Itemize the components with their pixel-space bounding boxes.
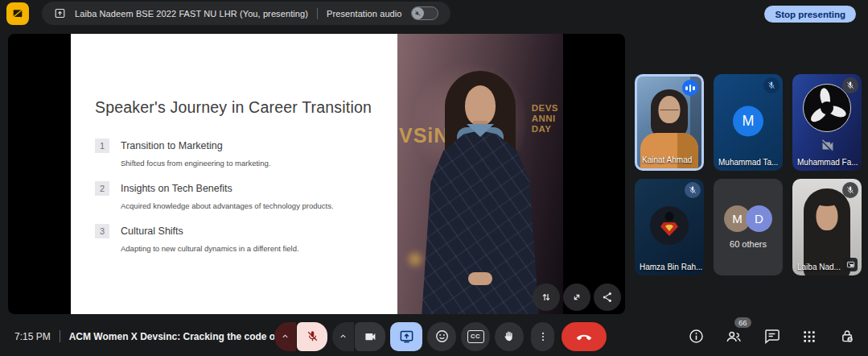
toggle-knob [412,7,424,19]
hand-icon [502,329,516,344]
fullscreen-button[interactable] [563,284,590,311]
presenter-label: Laiba Nadeem BSE 2022 FAST NU LHR (You, … [75,9,308,19]
hijab-band [816,198,839,206]
apps-grid-icon [801,329,817,345]
chevron-up-icon [281,332,290,341]
participant-tile-muhammad-fa[interactable]: Muhammad Fa... [792,74,862,171]
end-call-icon [575,328,593,346]
screen-share-slash-icon [11,7,24,20]
stage-overlay-controls [533,284,621,311]
participant-glasses [660,105,679,110]
pip-icon[interactable] [844,258,858,271]
present-to-all-icon [399,329,414,344]
meeting-info: 7:15 PM ACM Women X Devsinc: Cracking th… [14,317,291,356]
divider [317,8,318,19]
avatar: M [733,106,763,136]
item-title: Insights on Tech Benefits [121,183,334,194]
bokeh-light [409,253,422,266]
overflow-participants-tile[interactable]: M D 60 others [714,179,783,275]
meeting-details-button[interactable] [686,327,706,346]
presentation-audio-toggle[interactable] [411,6,438,20]
participant-tile-muhammad-ta[interactable]: M Muhammad Ta... [714,74,783,171]
participant-name: Muhammad Ta... [718,158,778,167]
end-call-button[interactable] [562,322,607,351]
expand-icon [570,291,583,304]
participant-name: Laiba Nad... [797,263,841,271]
slide-item: 1 Transition to Marketing Shifted focus … [95,139,393,168]
meet-window: Laiba Nadeem BSE 2022 FAST NU LHR (You, … [0,0,868,356]
item-number: 3 [95,224,109,238]
camera-off-icon [818,137,836,158]
call-controls: CC [274,317,607,356]
item-description: Acquired knowledge about advantages of t… [121,201,334,210]
others-count-label: 60 others [730,239,767,249]
superman-logo [660,222,678,236]
speaker-hands [468,272,492,285]
present-to-tab-icon [54,7,66,19]
captions-button[interactable]: CC [461,322,490,351]
avatar [650,206,689,245]
lock-icon [839,328,856,345]
item-title: Transition to Marketing [121,140,270,151]
presenting-tab-icon[interactable] [6,2,29,25]
presentation-audio-label: Presentation audio [327,9,402,19]
mic-off-icon [306,329,319,343]
avatar: D [746,205,772,232]
top-bar: Laiba Nadeem BSE 2022 FAST NU LHR (You, … [0,0,868,29]
smiley-icon [434,329,450,344]
participant-name: Hamza Bin Rah... [640,263,702,271]
host-controls-button[interactable] [837,327,857,346]
meeting-title: ACM Women X Devsinc: Cracking the code o… [69,331,291,342]
mic-off-icon [842,182,858,198]
mic-mute-button[interactable] [297,322,327,351]
share-button[interactable] [594,284,621,311]
share-icon [601,291,614,304]
slide-speaker-photo: VSiNC DEVS ANNI DAY [397,34,563,314]
more-vertical-icon [537,331,549,342]
camera-button[interactable] [355,322,385,351]
chat-panel-button[interactable] [762,327,781,346]
participant-body [640,133,698,171]
mic-off-icon [685,182,701,198]
mic-options-button[interactable] [274,322,296,351]
backdrop-event-text: DEVS ANNI DAY [532,103,558,135]
clock-time: 7:15 PM [14,331,51,342]
people-icon [725,328,743,346]
bottom-bar: 7:15 PM ACM Women X Devsinc: Cracking th… [0,317,868,356]
participant-tile-hamza[interactable]: Hamza Bin Rah... [635,179,704,275]
camera-options-button[interactable] [332,322,354,351]
stop-presenting-button[interactable]: Stop presenting [764,6,856,23]
speaker-face [465,85,496,126]
slide-item: 3 Cultural Shifts Adapting to new cultur… [95,224,393,253]
camera-icon [363,329,377,344]
participant-count-badge: 66 [734,317,751,328]
item-description: Adapting to new cultural dynamics in a d… [121,244,299,253]
slide-title: Speaker's Journey in Career Transition [95,98,372,117]
swap-presentation-button[interactable] [533,284,560,311]
speaker-off-icon [414,10,422,17]
slide-item: 2 Insights on Tech Benefits Acquired kno… [95,181,393,210]
swap-arrows-icon [540,291,553,304]
participant-name: Muhammad Fa... [797,158,858,167]
more-options-button[interactable] [531,322,554,351]
participant-tile-kainat[interactable]: Kainat Ahmad [635,74,704,171]
mic-off-icon [842,77,858,93]
item-number: 1 [95,139,109,153]
activities-panel-button[interactable] [800,327,819,346]
item-description: Shifted focus from engineering to market… [121,159,270,168]
item-number: 2 [95,181,109,196]
meeting-panels: 66 [686,317,857,356]
reactions-button[interactable] [427,322,456,351]
participant-tile-laiba[interactable]: Laiba Nad... [792,179,862,275]
item-title: Cultural Shifts [121,226,299,237]
speaking-indicator-icon [682,80,698,96]
people-panel-button[interactable]: 66 [724,327,743,346]
present-now-button[interactable] [390,322,422,351]
raise-hand-button[interactable] [495,322,524,351]
chevron-up-icon [339,332,348,341]
mic-off-icon [763,77,780,93]
shared-slide: Speaker's Journey in Career Transition 1… [71,34,563,314]
presentation-stage[interactable]: Speaker's Journey in Career Transition 1… [8,34,625,314]
divider [60,330,60,342]
camera-control-group [332,322,385,351]
